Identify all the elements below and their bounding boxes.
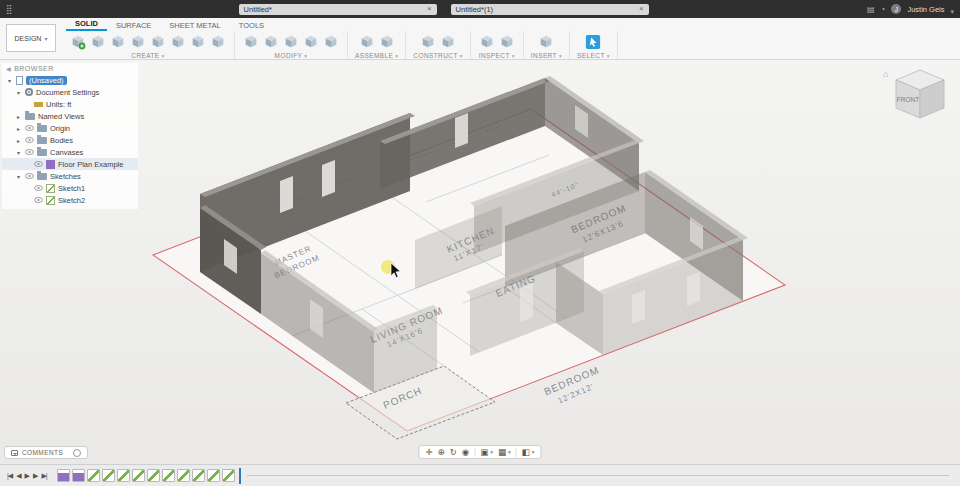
visibility-eye-icon[interactable]: [25, 149, 34, 155]
document-tab-untitled-1[interactable]: Untitled*(1)×: [451, 4, 649, 15]
browser-item-sketches[interactable]: ▾Sketches: [2, 170, 138, 182]
skip-to-end-button[interactable]: ▶|: [39, 472, 48, 480]
app-grid-icon[interactable]: ⣿: [6, 5, 13, 14]
document-tab-untitled[interactable]: Untitled*×: [239, 4, 437, 15]
browser-item-named-views[interactable]: ▸Named Views: [2, 110, 138, 122]
timeline-sketch-feature[interactable]: [147, 469, 160, 482]
press-pull-button[interactable]: [242, 33, 260, 51]
construct-dropdown[interactable]: CONSTRUCT: [413, 52, 463, 59]
browser-item-origin[interactable]: ▸Origin: [2, 122, 138, 134]
browser-item-floor-plan-example[interactable]: Floor Plan Example: [2, 158, 138, 170]
browser-item-sketch2[interactable]: Sketch2: [2, 194, 138, 206]
step-back-button[interactable]: ◀: [14, 472, 22, 480]
zoom-icon[interactable]: ⊕: [438, 448, 445, 457]
offset-face-button[interactable]: [322, 33, 340, 51]
expand-arrow-icon[interactable]: ▸: [15, 113, 22, 120]
play-button[interactable]: ▶: [23, 472, 31, 480]
section-analysis-button[interactable]: [498, 33, 516, 51]
extrude-button[interactable]: [89, 33, 107, 51]
step-forward-button[interactable]: ▶: [31, 472, 39, 480]
close-tab-icon[interactable]: ×: [639, 5, 644, 13]
browser-item-document-settings[interactable]: ▾Document Settings: [2, 86, 138, 98]
timeline-sketch-feature[interactable]: [87, 469, 100, 482]
visibility-eye-icon[interactable]: [25, 125, 34, 131]
timeline-sketch-feature[interactable]: [177, 469, 190, 482]
expand-arrow-icon[interactable]: ▾: [15, 89, 22, 96]
viewports-dropdown-icon[interactable]: ▾: [532, 449, 535, 455]
viewports-icon[interactable]: ◧: [522, 448, 530, 457]
timeline-sketch-feature[interactable]: [102, 469, 115, 482]
grid-settings-dropdown-icon[interactable]: ▾: [508, 449, 511, 455]
inspect-dropdown[interactable]: INSPECT: [479, 52, 515, 59]
pattern-button[interactable]: [209, 33, 227, 51]
shell-button[interactable]: [282, 33, 300, 51]
tab-tools[interactable]: TOOLS: [230, 20, 273, 31]
timeline-sketch-feature[interactable]: [162, 469, 175, 482]
workspace-selector-button[interactable]: DESIGN: [6, 24, 56, 52]
timeline-canvas-feature[interactable]: [72, 469, 85, 482]
revolve-button[interactable]: [109, 33, 127, 51]
construction-plane-button[interactable]: [419, 33, 437, 51]
skip-to-start-button[interactable]: |◀: [5, 472, 14, 480]
expand-arrow-icon[interactable]: ▾: [15, 149, 22, 156]
browser-header[interactable]: BROWSER: [2, 63, 138, 74]
timeline-sketch-feature[interactable]: [132, 469, 145, 482]
extensions-icon[interactable]: ▤: [867, 5, 875, 14]
timeline-track[interactable]: [247, 475, 949, 476]
expand-arrow-icon[interactable]: ▸: [15, 137, 22, 144]
timeline-canvas-feature[interactable]: [57, 469, 70, 482]
select-button[interactable]: [584, 33, 602, 51]
user-menu-chevron-icon[interactable]: [950, 0, 954, 18]
comments-bar[interactable]: COMMENTS: [4, 446, 88, 459]
create-dropdown[interactable]: CREATE: [131, 52, 164, 59]
pan-icon[interactable]: ✛: [425, 448, 432, 457]
viewport-3d-scene[interactable]: MASTERBEDROOMKITCHEN11'X17'EATINGBEDROOM…: [0, 60, 960, 464]
browser-item-canvases[interactable]: ▾Canvases: [2, 146, 138, 158]
modify-dropdown[interactable]: MODIFY: [275, 52, 308, 59]
timeline-position-marker[interactable]: [239, 468, 241, 484]
modeling-viewport[interactable]: MASTERBEDROOMKITCHEN11'X17'EATINGBEDROOM…: [0, 60, 960, 464]
select-dropdown[interactable]: SELECT: [577, 52, 610, 59]
timeline-sketch-feature[interactable]: [192, 469, 205, 482]
new-component-button[interactable]: [358, 33, 376, 51]
display-settings-dropdown-icon[interactable]: ▾: [490, 449, 493, 455]
insert-dropdown[interactable]: INSERT: [531, 52, 562, 59]
user-name[interactable]: Justin Geis: [907, 5, 944, 14]
grid-settings-icon[interactable]: ▦: [498, 448, 506, 457]
browser-item-units-ft[interactable]: Units: ft: [2, 98, 138, 110]
browser-item-unsaved[interactable]: ▾(Unsaved): [2, 74, 138, 86]
new-solid-button[interactable]: [69, 33, 87, 51]
timeline-sketch-feature[interactable]: [117, 469, 130, 482]
tab-surface[interactable]: SURFACE: [107, 20, 160, 31]
timeline-sketch-feature[interactable]: [222, 469, 235, 482]
user-avatar[interactable]: J: [891, 4, 901, 14]
visibility-eye-icon[interactable]: [25, 137, 34, 143]
expand-arrow-icon[interactable]: ▾: [6, 77, 13, 84]
extruded-walls[interactable]: [200, 76, 748, 393]
comments-expand-button[interactable]: [73, 449, 81, 457]
display-settings-icon[interactable]: ▣: [480, 448, 488, 457]
combine-button[interactable]: [302, 33, 320, 51]
visibility-eye-icon[interactable]: [25, 173, 34, 179]
hole-button[interactable]: [169, 33, 187, 51]
construction-axis-button[interactable]: [439, 33, 457, 51]
sweep-button[interactable]: [129, 33, 147, 51]
orbit-icon[interactable]: ↻: [450, 448, 457, 457]
look-at-icon[interactable]: ◉: [462, 448, 469, 457]
timeline-sketch-feature[interactable]: [207, 469, 220, 482]
thread-button[interactable]: [189, 33, 207, 51]
visibility-eye-icon[interactable]: [34, 197, 43, 203]
view-cube[interactable]: ⌂ FRONT: [880, 64, 952, 128]
home-icon[interactable]: ⌂: [883, 69, 888, 79]
browser-item-bodies[interactable]: ▸Bodies: [2, 134, 138, 146]
assemble-dropdown[interactable]: ASSEMBLE: [355, 52, 398, 59]
close-tab-icon[interactable]: ×: [427, 5, 432, 13]
tab-sheet-metal[interactable]: SHEET METAL: [160, 20, 229, 31]
fillet-button[interactable]: [262, 33, 280, 51]
expand-arrow-icon[interactable]: ▸: [15, 125, 22, 132]
joint-button[interactable]: [378, 33, 396, 51]
notifications-icon[interactable]: ◔: [881, 5, 886, 14]
expand-arrow-icon[interactable]: ▾: [15, 173, 22, 180]
measure-button[interactable]: [478, 33, 496, 51]
browser-item-sketch1[interactable]: Sketch1: [2, 182, 138, 194]
